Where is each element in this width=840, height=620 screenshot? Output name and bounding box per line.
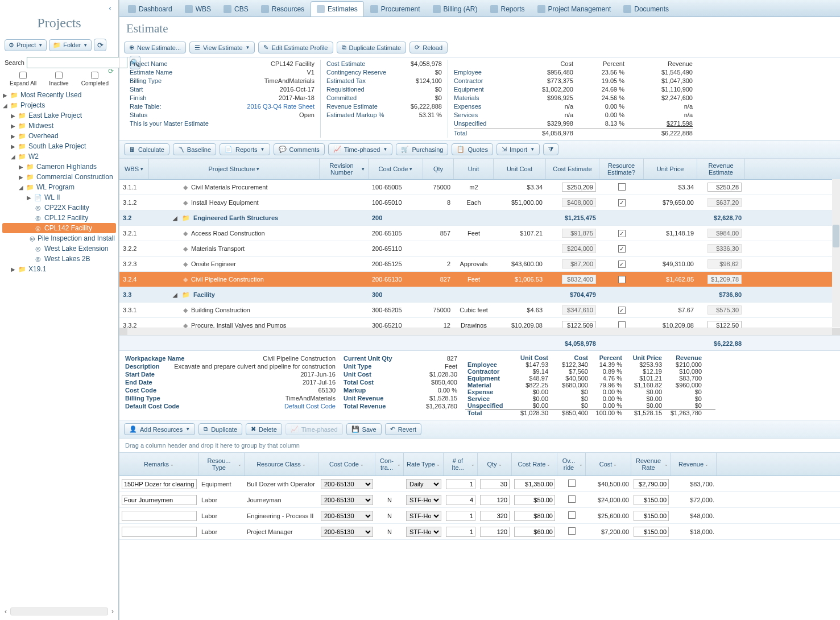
tree-node[interactable]: ▶📁Overhead: [2, 131, 116, 141]
grid-row[interactable]: 3.1.1 ◆Civil Materials Procurement 100-6…: [119, 180, 840, 195]
tree-node[interactable]: ▶📄WL II: [2, 192, 116, 202]
v-scrollbar[interactable]: [832, 179, 840, 327]
num-items-input[interactable]: [446, 527, 475, 537]
grid-header[interactable]: Cost Code▾: [369, 159, 423, 179]
calculate-button[interactable]: 🖩Calculate: [124, 143, 169, 155]
tree-node[interactable]: ▶📁South Lake Project: [2, 141, 116, 151]
grid-row[interactable]: 3.2.4 ◆Civil Pipeline Construction 200-6…: [119, 272, 840, 287]
tree-node[interactable]: ◎CPL142 Facility: [2, 223, 116, 233]
timephased-dropdown[interactable]: 📈Time-phased▼: [328, 143, 393, 155]
resource-row[interactable]: Labor Journeyman 200-65130 N STF-Hour $2…: [119, 492, 840, 508]
resource-estimate-checkbox[interactable]: ✓: [618, 245, 626, 253]
delete-button[interactable]: ✖Delete: [246, 423, 282, 435]
num-items-input[interactable]: [446, 511, 475, 521]
grid-header[interactable]: Revenue Estimate: [697, 159, 745, 179]
grid-header[interactable]: Project Structure▾: [149, 159, 320, 179]
grid-row[interactable]: 3.3 ◢📁Facility 300 $704,479 $736,80: [119, 287, 840, 303]
grid-row[interactable]: 3.2.3 ◆Onsite Engineer 200-65125 2 Appro…: [119, 257, 840, 272]
grid-header[interactable]: WBS▾: [119, 159, 149, 179]
reload-button[interactable]: ⟳Reload: [409, 42, 448, 53]
view-estimate-dropdown[interactable]: ☰View Estimate▼: [189, 42, 255, 53]
scroll-left-icon[interactable]: ‹: [5, 607, 7, 615]
quotes-button[interactable]: 📋Quotes: [452, 143, 493, 155]
add-resources-dropdown[interactable]: 👤Add Resources▼: [124, 423, 195, 435]
grid-header[interactable]: Cost Estimate: [546, 159, 599, 179]
chevron-down-icon[interactable]: ⌄: [238, 462, 242, 467]
grid-header[interactable]: Unit: [454, 159, 494, 179]
tree-node[interactable]: ◢📁Projects: [2, 100, 116, 110]
override-checkbox[interactable]: [568, 480, 576, 487]
cost-code-select[interactable]: 200-65130: [321, 479, 373, 489]
chevron-down-icon[interactable]: ⌄: [579, 462, 583, 467]
res-header[interactable]: Cost Code⌄: [318, 453, 375, 476]
tree-twisty-icon[interactable]: ▶: [18, 164, 24, 170]
res-header[interactable]: Rate Type⌄: [404, 453, 444, 476]
chevron-down-icon[interactable]: ⌄: [397, 462, 401, 467]
remarks-input[interactable]: [122, 479, 197, 489]
chevron-down-icon[interactable]: ⌄: [498, 462, 502, 467]
tree-node[interactable]: ▶📁Midwest: [2, 121, 116, 131]
grid-row[interactable]: 3.2.1 ◆Access Road Construction 200-6510…: [119, 226, 840, 241]
chevron-down-icon[interactable]: ⌄: [360, 462, 364, 467]
tree-node[interactable]: ◎Pile Inspection and Install: [2, 233, 116, 243]
override-checkbox[interactable]: [568, 495, 576, 503]
tree-twisty-icon[interactable]: ◢: [2, 102, 8, 109]
revert-button[interactable]: ↶Revert: [385, 423, 421, 435]
revenue-rate-input[interactable]: [634, 495, 669, 505]
grid-header[interactable]: Qty: [423, 159, 454, 179]
qty-input[interactable]: [480, 495, 510, 505]
tree-twisty-icon[interactable]: ▶: [10, 123, 16, 129]
search-input[interactable]: [27, 57, 127, 68]
chevron-down-icon[interactable]: ⌄: [547, 462, 551, 467]
filter-icon[interactable]: ▾: [140, 166, 143, 172]
import-dropdown[interactable]: ⇲Import▼: [496, 143, 540, 155]
new-estimate-button[interactable]: ⊕New Estimate...: [124, 42, 186, 53]
filter-icon[interactable]: ▾: [256, 166, 259, 172]
tab-wbs[interactable]: WBS: [179, 1, 217, 16]
resource-estimate-checkbox[interactable]: ✓: [618, 199, 626, 206]
duplicate-estimate-button[interactable]: ⧉Duplicate Estimate: [337, 42, 407, 53]
res-header[interactable]: Revenue⌄: [671, 453, 717, 476]
grid-header[interactable]: Unit Price: [644, 159, 697, 179]
grid-row[interactable]: 3.3.2 ◆Procure, Install Valves and Pumps…: [119, 318, 840, 328]
tree-node[interactable]: ◎CP22X Facility: [2, 202, 116, 213]
tab-resources[interactable]: Resources: [255, 1, 311, 16]
grid-header[interactable]: Revision Number▾: [320, 159, 369, 179]
tree-node[interactable]: ◎West Lake Extension: [2, 243, 116, 254]
collapse-left-icon[interactable]: ‹: [1, 2, 117, 13]
chevron-down-icon[interactable]: ⌄: [705, 462, 709, 467]
h-scrollbar[interactable]: [119, 328, 840, 336]
reports-dropdown[interactable]: 📄Reports▼: [220, 143, 270, 155]
resource-estimate-checkbox[interactable]: ✓: [618, 307, 626, 314]
inactive-checkbox[interactable]: [55, 72, 63, 79]
scroll-right-icon[interactable]: ›: [111, 607, 114, 615]
cost-rate-input[interactable]: [514, 479, 555, 489]
tab-cbs[interactable]: CBS: [217, 1, 255, 16]
cost-rate-input[interactable]: [514, 527, 555, 537]
tab-documents[interactable]: Documents: [617, 1, 675, 16]
resource-row[interactable]: Labor Engineering - Process II 200-65130…: [119, 508, 840, 524]
tab-project-management[interactable]: Project Management: [531, 1, 618, 16]
tree-node[interactable]: ◢📁W2: [2, 151, 116, 162]
refresh-button[interactable]: ⟳: [94, 39, 106, 51]
tree-twisty-icon[interactable]: ▶: [10, 143, 16, 150]
num-items-input[interactable]: [446, 479, 475, 489]
cost-code-select[interactable]: 200-65130: [321, 511, 373, 521]
remarks-input[interactable]: [122, 511, 197, 521]
baseline-button[interactable]: 〽Baseline: [173, 143, 216, 155]
num-items-input[interactable]: [446, 495, 475, 505]
res-header[interactable]: # of Ite...⌄: [444, 453, 478, 476]
resource-estimate-checkbox[interactable]: ✓: [618, 230, 626, 237]
chevron-down-icon[interactable]: ⌄: [436, 462, 440, 467]
tree-twisty-icon[interactable]: ▶: [2, 92, 8, 98]
rate-type-select[interactable]: STF-Hour: [406, 511, 441, 521]
completed-checkbox[interactable]: [91, 72, 98, 79]
res-header[interactable]: Cost Rate⌄: [512, 453, 557, 476]
grid-header[interactable]: Unit Cost: [494, 159, 546, 179]
res-header[interactable]: Resource Class⌄: [245, 453, 318, 476]
override-checkbox[interactable]: [568, 511, 576, 519]
tree-node[interactable]: ◢📁WL Program: [2, 182, 116, 192]
resource-row[interactable]: Equipment Bull Dozer with Operator 200-6…: [119, 476, 840, 492]
project-dropdown[interactable]: ⚙Project▼: [5, 39, 47, 51]
qty-input[interactable]: [480, 527, 510, 537]
